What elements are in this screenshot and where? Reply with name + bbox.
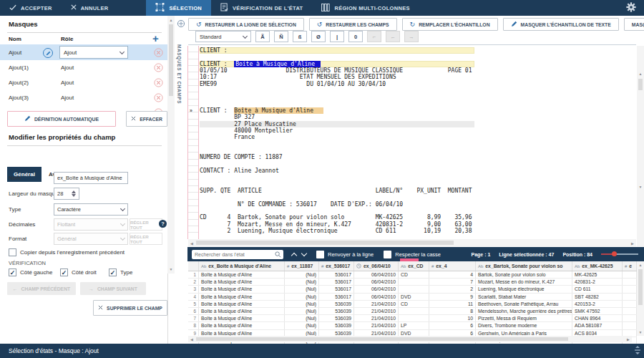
table-row[interactable]: 2Boîte à Musique d'Aline(Nul)53601706/04… [188, 279, 637, 286]
scrollbar-thumb[interactable] [638, 79, 643, 90]
trap-char-button[interactable]: 0 [348, 31, 363, 42]
report-line[interactable]: CLIENT : [200, 47, 474, 54]
table-row[interactable]: 8Boîte à Musique d'Aline(Nul)53603921/04… [188, 322, 637, 329]
scroll-right-icon[interactable]: ▶ [630, 241, 635, 246]
checkbox-icon[interactable] [60, 268, 68, 276]
report-line[interactable]: 7 Mozart, Messe en do mineur, K.427 4208… [200, 221, 472, 228]
table-row[interactable]: 1Boîte à Musique d'Aline(Nul)53601706/04… [188, 271, 637, 279]
column-header[interactable]: Abex_CD [399, 261, 429, 271]
report-line[interactable]: N° DE COMMANDE : 536017 DATE D'EXP.: 06/… [200, 201, 403, 208]
report-line[interactable]: NUMERO DE COMPTE : 11887 [200, 154, 283, 160]
column-header[interactable]: ex_06/04/10 [354, 261, 399, 271]
mask-width-stepper[interactable]: 28 [54, 188, 79, 200]
type-select[interactable]: Caractère [54, 203, 128, 216]
field-name-input[interactable] [54, 172, 128, 184]
edit-mask-icon[interactable] [43, 48, 53, 58]
scroll-down-icon[interactable]: ▼ [637, 330, 644, 334]
delete-mask-icon[interactable] [154, 78, 163, 87]
scroll-up-icon[interactable]: ▲ [637, 72, 644, 76]
check-type[interactable]: Type [109, 268, 132, 276]
slider-thumb[interactable] [612, 251, 617, 256]
report-line[interactable]: EME99 DU 01/04/10 AU 30/04/10 [200, 81, 386, 87]
delete-field-button[interactable]: SUPPRIMER LE CHAMP [93, 300, 167, 316]
scroll-down-icon[interactable]: ▼ [637, 185, 644, 189]
table-row[interactable]: 7Boîte à Musique d'Aline(Nul)53603921/04… [188, 315, 637, 322]
report-v-scrollbar[interactable]: ▲ ▼ [637, 46, 644, 246]
restore-fields-button[interactable]: ↺ RESTAURER LES CHAMPS [309, 18, 397, 31]
table-h-scrollbar[interactable]: ◀ ▶ [188, 336, 632, 342]
mask-row[interactable]: Ajout(2)Ajout [0, 75, 167, 90]
mask-row[interactable]: AjoutAjout [0, 44, 167, 60]
tab-selection[interactable]: SÉLECTION [146, 0, 211, 16]
scroll-up-icon[interactable]: ▲ [167, 18, 175, 22]
panel-scrollbar[interactable]: ▲ ▼ [167, 16, 175, 274]
trap-char-button[interactable]: Ñ [274, 31, 288, 42]
checkbox-icon[interactable] [109, 268, 117, 276]
delete-mask-icon[interactable] [154, 63, 163, 72]
column-header[interactable]: Abex_Boîte à Musique d'Aline [199, 261, 285, 271]
scrollbar-thumb[interactable] [638, 269, 643, 305]
trap-char-button[interactable]: | [330, 31, 344, 42]
report-h-scrollbar[interactable]: ◀ ▶ [188, 239, 636, 246]
column-header[interactable]: Abex_Bartok, Sonate pour violon so [476, 261, 572, 271]
field-highlight[interactable]: Boîte à Musique d'Aline [234, 107, 323, 114]
selected-field-highlight[interactable]: Boite à Musique d'Aline [234, 61, 321, 67]
report-line[interactable]: SUPP. QTE ARTICLE LABEL/N° PX_UNIT MONTA… [200, 188, 472, 194]
table-row[interactable]: 4Boîte à Musique d'Aline(Nul)53601706/04… [188, 294, 637, 301]
column-header[interactable]: Abex_MK-42625 [572, 261, 623, 271]
report-line[interactable]: 01/05/10 DISTRIBUTEURS DE MUSIQUE CLASSI… [200, 67, 472, 74]
mask-row[interactable]: Ajout(3)Ajout [0, 90, 167, 105]
report-line[interactable]: CONTACT : Aline Jeannot [200, 168, 279, 174]
column-header[interactable]: #e [623, 261, 637, 271]
help-icon[interactable]: ? [159, 220, 167, 228]
settings-button[interactable] [618, 0, 644, 16]
scroll-up-icon[interactable]: ▲ [637, 263, 644, 267]
report-line[interactable]: CLIENT : Boite à Musique d'Aline [200, 61, 474, 67]
report-line[interactable]: France [200, 134, 255, 140]
style-select[interactable]: Standard [195, 31, 251, 42]
mask-row[interactable]: Ajout(1)Ajout [0, 60, 167, 75]
report-line[interactable]: BP 327 [200, 114, 255, 120]
column-header[interactable]: #ex_11887 [285, 261, 319, 271]
find-previous-button[interactable] [289, 250, 299, 259]
report-text-area[interactable]: CLIENT :CLIENT : Boite à Musique d'Aline… [199, 47, 628, 239]
scrollbar-thumb[interactable] [196, 241, 454, 245]
scroll-down-icon[interactable]: ▼ [167, 267, 175, 271]
add-mask-icon[interactable]: + [152, 34, 159, 44]
zoom-slider[interactable] [601, 251, 638, 257]
mask-text-sample-button[interactable]: MASQUER L'ÉCHANTILLON DE TEXTE [503, 18, 619, 31]
auto-define-button[interactable]: DÉFINITION AUTOMATIQUE [7, 111, 116, 127]
find-next-button[interactable] [299, 250, 309, 259]
masks-fields-strip[interactable]: MASQUES ET CHAMPS [175, 16, 187, 344]
scroll-right-icon[interactable]: ▶ [626, 337, 630, 342]
cancel-button[interactable]: ANNULER [62, 0, 118, 16]
copy-previous-checkbox[interactable]: Copier depuis l'enregistrement précédent [9, 248, 125, 256]
search-field[interactable] [192, 250, 283, 259]
checkbox-icon[interactable] [384, 251, 391, 258]
column-header[interactable]: #ex_4 [429, 261, 476, 271]
stepper-down-icon[interactable] [72, 194, 76, 197]
table-row[interactable]: 5Boîte à Musique d'Aline(Nul)53603921/04… [188, 301, 637, 308]
clear-button[interactable]: EFFACER [126, 111, 167, 127]
table-row[interactable]: 6Boîte à Musique d'Aline(Nul)53603921/04… [188, 308, 637, 315]
check-right-side[interactable]: Côté droit [60, 268, 97, 276]
delete-mask-icon[interactable] [154, 93, 163, 102]
checkbox-icon[interactable] [9, 268, 16, 276]
report-line[interactable]: 10:17 ETAT MENSUEL DES EXPEDITIONS [200, 74, 396, 80]
restore-selection-line-button[interactable]: ↺ RESTAURER LA LIGNE DE SÉLECTION [188, 18, 304, 31]
wrap-line-checkbox[interactable]: Renvoyer à la ligne [316, 251, 374, 258]
accept-button[interactable]: ACCEPTER [0, 0, 62, 16]
match-case-checkbox[interactable]: Respecter la casse [384, 251, 441, 258]
mask-role-select[interactable]: Ajout [59, 46, 128, 59]
table-v-scrollbar[interactable]: ▲ ▼ [637, 261, 644, 336]
tab-multi-column-region[interactable]: RÉGION MULTI-COLONNES [312, 0, 419, 16]
splitter-grip-icon[interactable] [634, 346, 644, 356]
erase-mask-button[interactable]: MASQUE D'EFFACEMENT [624, 18, 644, 31]
delete-mask-icon[interactable] [154, 48, 163, 57]
report-line[interactable]: 2 Luening, Musique électronique CD 611 1… [200, 228, 472, 234]
report-line[interactable]: CLIENT : Boîte à Musique d'Aline [200, 107, 323, 114]
column-header[interactable]: #ex_536017 [319, 261, 354, 271]
checkbox-icon[interactable] [316, 251, 324, 258]
scroll-left-icon[interactable]: ◀ [190, 241, 194, 246]
scrollbar-thumb[interactable] [196, 337, 568, 341]
